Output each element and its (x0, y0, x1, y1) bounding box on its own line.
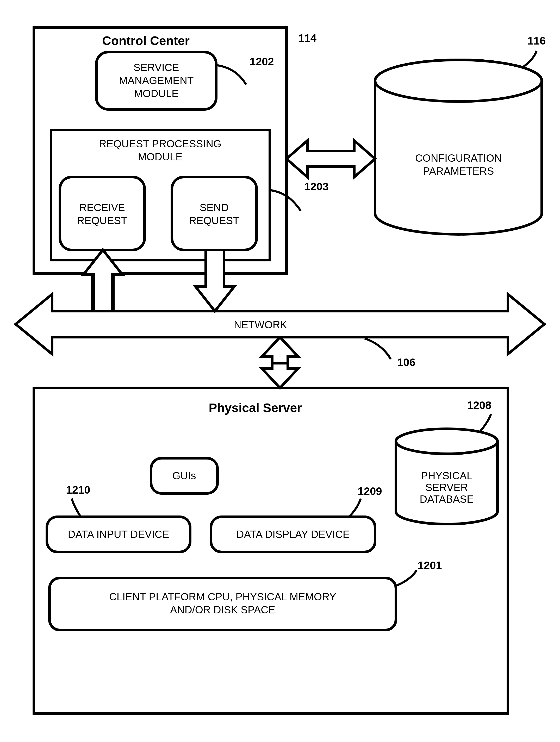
data-display-label: DATA DISPLAY DEVICE (237, 529, 350, 540)
leader-data-input (71, 498, 81, 517)
ref-service-mgmt: 1202 (250, 55, 274, 68)
service-mgmt-l2: MANAGEMENT (119, 75, 194, 86)
guis-label: GUIs (172, 470, 196, 481)
ref-data-input: 1210 (66, 484, 90, 496)
leader-data-display (349, 498, 361, 517)
svg-point-1 (375, 60, 542, 102)
receive-request-box (60, 177, 145, 250)
receive-l1: RECEIVE (79, 202, 125, 213)
config-db-l2: PARAMETERS (423, 165, 494, 177)
receive-l2: REQUEST (77, 215, 127, 226)
ps-db-l3: DATABASE (420, 493, 473, 505)
send-l2: REQUEST (189, 215, 239, 226)
config-db-l1: CONFIGURATION (415, 152, 502, 164)
ps-db-l2: SERVER (425, 482, 468, 493)
ps-db-l1: PHYSICAL (421, 470, 472, 481)
physical-server-title: Physical Server (209, 401, 302, 415)
svg-marker-3 (262, 363, 298, 388)
service-mgmt-l3: MODULE (134, 88, 179, 99)
send-request-box (172, 177, 257, 250)
arrow-down-send (195, 250, 235, 311)
ref-control-center: 114 (298, 32, 317, 44)
leader-config-db (522, 51, 537, 68)
ref-network: 106 (397, 356, 415, 368)
req-proc-title-l2: MODULE (138, 151, 182, 162)
arrow-up-receive (83, 250, 122, 311)
req-proc-title-l1: REQUEST PROCESSING (99, 138, 221, 150)
send-l1: SEND (200, 202, 228, 213)
arrow-network-to-ps (262, 337, 298, 388)
leader-network (365, 338, 391, 359)
network-label: NETWORK (234, 319, 287, 330)
ref-ps-db: 1208 (467, 399, 491, 411)
ref-req-proc: 1203 (304, 180, 328, 193)
req-proc-box (51, 130, 269, 260)
ref-resources: 1201 (417, 559, 442, 572)
svg-marker-2 (262, 337, 298, 363)
config-db-icon (375, 60, 542, 234)
leader-resources (396, 570, 417, 586)
svg-point-4 (396, 429, 498, 454)
leader-ps-db (480, 414, 491, 431)
ref-data-display: 1209 (358, 485, 382, 497)
ref-config-db: 116 (527, 35, 546, 47)
service-mgmt-l1: SERVICE (134, 62, 179, 73)
leader-service-mgmt (216, 65, 246, 85)
resources-l2: AND/OR DISK SPACE (170, 604, 275, 616)
resources-l1: CLIENT PLATFORM CPU, PHYSICAL MEMORY (109, 591, 336, 602)
data-input-label: DATA INPUT DEVICE (68, 529, 169, 540)
control-center-title: Control Center (102, 34, 190, 48)
arrow-cc-to-config (287, 141, 375, 177)
